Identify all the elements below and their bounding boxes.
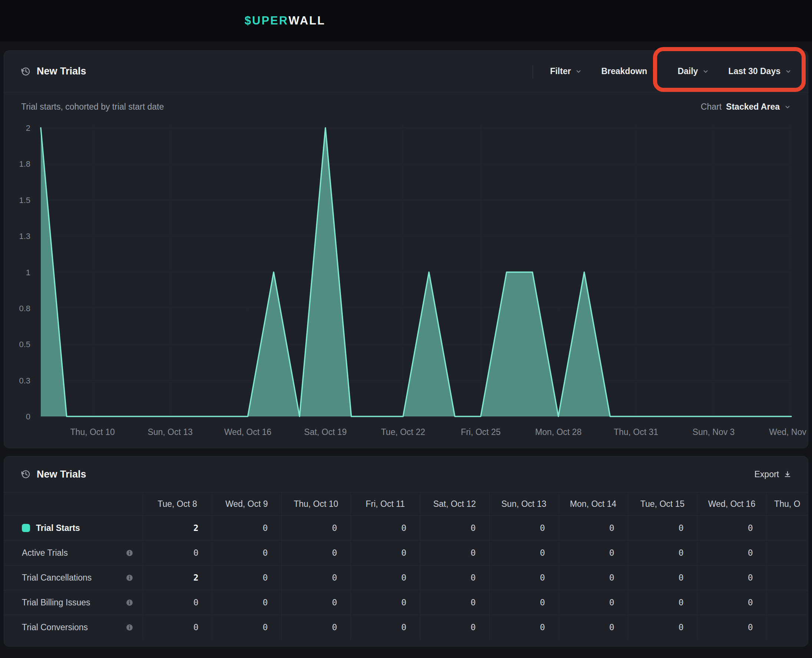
table-row: Trial Cancellations200000000 [4, 566, 808, 590]
table-cell: 0 [351, 615, 420, 640]
table-cell: 0 [351, 540, 420, 566]
column-header: Sun, Oct 13 [489, 492, 558, 516]
row-label: Trial Conversions [22, 622, 88, 633]
breakdown-button[interactable]: Breakdown [601, 66, 658, 76]
chart-type-dropdown[interactable]: Chart Stacked Area [701, 102, 791, 112]
chevron-down-icon [785, 68, 792, 75]
date-range-label: Last 30 Days [728, 66, 781, 76]
y-tick-label: 0.3 [19, 376, 30, 385]
row-label-cell: Trial Starts [4, 516, 143, 540]
chart-subtitle: Trial starts, cohorted by trial start da… [21, 102, 164, 112]
table-cell: 0 [558, 566, 628, 590]
table-cell: 0 [351, 516, 420, 540]
export-button[interactable]: Export [754, 469, 792, 479]
toolbar-divider [533, 65, 533, 78]
table-cell: 0 [351, 590, 420, 615]
column-header: Tue, Oct 8 [143, 492, 212, 516]
table-cell: 0 [281, 516, 351, 540]
table-cell: 0 [281, 615, 351, 640]
table-cell: 0 [697, 590, 767, 615]
table-cell: 2 [143, 516, 212, 540]
chevron-down-icon [702, 68, 709, 75]
table-cell: 0 [212, 516, 281, 540]
table-cell: 0 [489, 516, 558, 540]
y-tick-label: 1.5 [19, 196, 30, 205]
table-cell [767, 590, 808, 615]
y-tick-label: 1.3 [19, 232, 30, 241]
y-tick-label: 0 [26, 412, 30, 421]
y-tick-label: 0.5 [19, 340, 30, 349]
table-cell: 0 [628, 516, 697, 540]
filter-label: Filter [550, 66, 571, 76]
table-cell: 0 [628, 590, 697, 615]
table-cell: 0 [628, 566, 697, 590]
new-trials-chart-card: New Trials Filter Breakdown Daily Last 3… [4, 50, 808, 448]
info-icon[interactable] [126, 624, 133, 631]
x-tick-label: Mon, Oct 28 [535, 427, 582, 437]
table-cell: 0 [212, 566, 281, 590]
x-tick-label: Sat, Oct 19 [304, 427, 347, 437]
granularity-button[interactable]: Daily [677, 66, 709, 76]
info-icon[interactable] [126, 550, 133, 556]
filter-button[interactable]: Filter [550, 66, 582, 76]
x-tick-label: Wed, Nov 6 [769, 427, 809, 437]
chevron-down-icon [575, 68, 582, 75]
column-header: Thu, O [767, 492, 808, 516]
column-header: Thu, Oct 10 [281, 492, 351, 516]
date-range-button[interactable]: Last 30 Days [728, 66, 792, 76]
table-card-title: New Trials [37, 469, 86, 480]
table-cell: 2 [143, 566, 212, 590]
history-icon [20, 66, 31, 77]
table-cell: 0 [212, 615, 281, 640]
table-cell: 0 [420, 615, 489, 640]
column-header: Fri, Oct 11 [351, 492, 420, 516]
y-tick-label: 2 [26, 124, 30, 133]
info-icon[interactable] [126, 574, 133, 581]
table-cell: 0 [212, 590, 281, 615]
row-label: Trial Starts [36, 523, 80, 533]
chevron-down-icon [784, 104, 791, 110]
table-cell: 0 [558, 516, 628, 540]
table-header-row: Tue, Oct 8Wed, Oct 9Thu, Oct 10Fri, Oct … [4, 492, 808, 516]
column-header: Wed, Oct 16 [697, 492, 767, 516]
row-label-cell: Trial Cancellations [4, 566, 143, 590]
table-cell: 0 [489, 566, 558, 590]
table-cell: 0 [281, 540, 351, 566]
y-tick-label: 0.8 [19, 304, 30, 313]
row-label-cell: Active Trials [4, 540, 143, 566]
table-row: Active Trials000000000 [4, 540, 808, 566]
column-header: Tue, Oct 15 [628, 492, 697, 516]
row-label: Trial Billing Issues [22, 598, 90, 608]
row-label: Trial Cancellations [22, 573, 91, 583]
table-cell: 0 [558, 615, 628, 640]
info-icon[interactable] [126, 599, 133, 606]
table-cell: 0 [143, 540, 212, 566]
export-label: Export [754, 469, 779, 479]
table-cell: 0 [697, 615, 767, 640]
chart-type-label: Chart [701, 102, 721, 112]
chart-card-header: New Trials Filter Breakdown Daily Last 3… [4, 51, 808, 92]
table-row: Trial Conversions000000000 [4, 615, 808, 640]
table-row: Trial Billing Issues000000000 [4, 590, 808, 615]
table-cell: 0 [558, 540, 628, 566]
chart-type-value: Stacked Area [726, 102, 780, 112]
x-tick-label: Wed, Oct 16 [224, 427, 271, 437]
history-icon [20, 469, 31, 479]
table-cell: 0 [628, 540, 697, 566]
table-cell: 0 [628, 615, 697, 640]
row-label-cell: Trial Billing Issues [4, 590, 143, 615]
legend-swatch [22, 524, 30, 532]
table-cell: 0 [558, 590, 628, 615]
granularity-label: Daily [677, 66, 698, 76]
table-cell [767, 540, 808, 566]
chart-card-title: New Trials [37, 66, 86, 77]
row-label-cell: Trial Conversions [4, 615, 143, 640]
table-cell: 0 [420, 540, 489, 566]
superwall-logo: $UPERWALL [245, 0, 325, 41]
breakdown-label: Breakdown [601, 66, 647, 76]
table-cell: 0 [420, 516, 489, 540]
row-label: Active Trials [22, 548, 68, 558]
table-cell [767, 566, 808, 590]
table-cell: 0 [143, 615, 212, 640]
table-cell: 0 [420, 590, 489, 615]
